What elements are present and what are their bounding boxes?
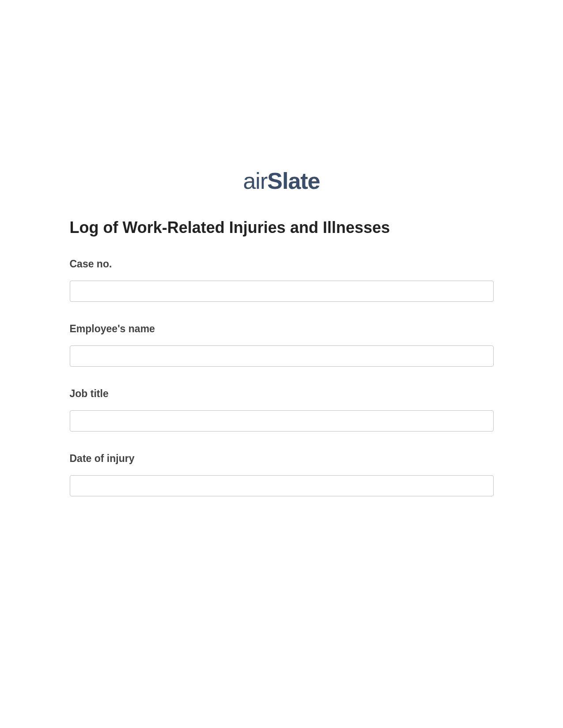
input-date-of-injury[interactable] <box>70 475 494 496</box>
field-job-title: Job title <box>70 388 494 432</box>
field-case-no: Case no. <box>70 258 494 302</box>
input-case-no[interactable] <box>70 281 494 302</box>
form-title: Log of Work-Related Injuries and Illness… <box>70 218 494 237</box>
label-date-of-injury: Date of injury <box>70 453 494 465</box>
label-job-title: Job title <box>70 388 494 400</box>
logo-prefix: air <box>243 168 267 194</box>
input-employee-name[interactable] <box>70 345 494 367</box>
field-employee-name: Employee's name <box>70 323 494 367</box>
label-employee-name: Employee's name <box>70 323 494 335</box>
field-date-of-injury: Date of injury <box>70 453 494 496</box>
input-job-title[interactable] <box>70 410 494 432</box>
label-case-no: Case no. <box>70 258 494 270</box>
logo: airSlate <box>70 168 494 194</box>
logo-text: airSlate <box>243 168 320 194</box>
logo-suffix: Slate <box>267 168 320 194</box>
form-container: airSlate Log of Work-Related Injuries an… <box>70 0 494 496</box>
